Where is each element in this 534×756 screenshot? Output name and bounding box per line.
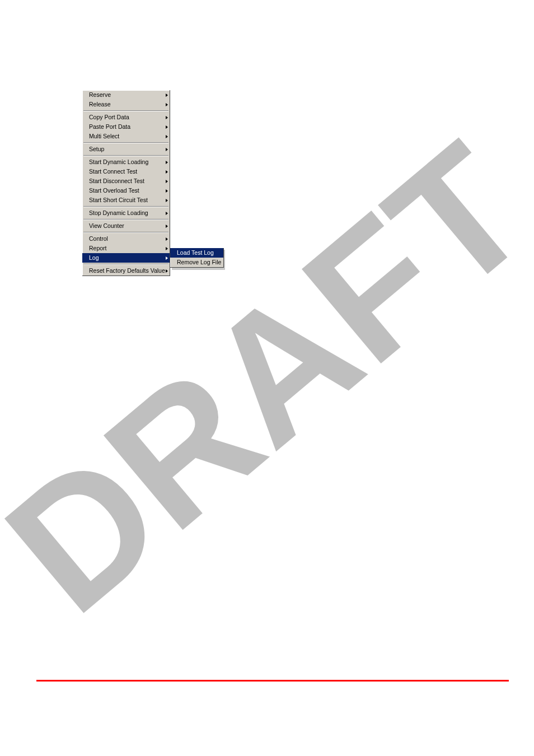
menu-separator xyxy=(83,110,168,111)
menu-item-control[interactable]: Control xyxy=(82,234,170,244)
submenu-arrow-icon xyxy=(166,269,168,273)
submenu-arrow-icon xyxy=(166,161,168,164)
menu-item-label: Start Connect Test xyxy=(89,167,137,176)
menu-item-reserve[interactable]: Reserve xyxy=(82,90,170,100)
menu-item-label: Stop Dynamic Loading xyxy=(89,208,148,218)
menu-item-stop-dynamic-loading[interactable]: Stop Dynamic Loading xyxy=(82,208,170,218)
footer-divider xyxy=(36,680,509,682)
submenu-arrow-icon xyxy=(166,247,168,250)
menu-separator xyxy=(83,232,168,233)
menu-separator xyxy=(83,219,168,220)
menu-item-label: Log xyxy=(89,253,99,263)
menu-item-label: Reserve xyxy=(89,90,111,100)
menu-item-label: Copy Port Data xyxy=(89,113,129,122)
submenu-item-remove-log-file[interactable]: Remove Log File xyxy=(170,258,223,267)
submenu-item-label: Remove Log File xyxy=(177,259,221,265)
submenu-arrow-icon xyxy=(166,135,168,138)
context-menu: Reserve Release Copy Port Data Paste Por… xyxy=(82,90,170,276)
menu-item-paste-port-data[interactable]: Paste Port Data xyxy=(82,122,170,132)
menu-item-copy-port-data[interactable]: Copy Port Data xyxy=(82,113,170,122)
menu-item-reset-factory-defaults[interactable]: Reset Factory Defaults Value xyxy=(82,266,170,276)
menu-item-label: Release xyxy=(89,100,111,109)
menu-item-label: Start Disconnect Test xyxy=(89,176,144,186)
submenu-arrow-icon xyxy=(166,256,168,260)
submenu-arrow-icon xyxy=(166,148,168,151)
menu-item-setup[interactable]: Setup xyxy=(82,144,170,154)
menu-item-label: Setup xyxy=(89,144,104,154)
submenu-arrow-icon xyxy=(166,116,168,119)
menu-item-label: Multi Select xyxy=(89,132,119,141)
context-menu-area: Reserve Release Copy Port Data Paste Por… xyxy=(82,90,170,276)
submenu-panel: Load Test Log Remove Log File xyxy=(170,248,224,268)
draft-watermark: DRAFT xyxy=(0,104,534,652)
menu-item-label: Start Short Circuit Test xyxy=(89,195,148,205)
submenu-arrow-icon xyxy=(166,199,168,202)
submenu-log: Load Test Log Remove Log File xyxy=(170,248,224,268)
submenu-item-load-test-log[interactable]: Load Test Log xyxy=(170,248,223,258)
submenu-arrow-icon xyxy=(166,212,168,215)
menu-item-label: Start Overload Test xyxy=(89,186,139,195)
menu-item-label: Start Dynamic Loading xyxy=(89,157,148,167)
menu-item-release[interactable]: Release xyxy=(82,100,170,109)
menu-item-start-disconnect-test[interactable]: Start Disconnect Test xyxy=(82,176,170,186)
menu-item-view-counter[interactable]: View Counter xyxy=(82,221,170,231)
submenu-arrow-icon xyxy=(166,225,168,228)
submenu-arrow-icon xyxy=(166,125,168,129)
menu-item-log[interactable]: Log xyxy=(82,253,170,263)
menu-item-multi-select[interactable]: Multi Select xyxy=(82,132,170,141)
menu-separator xyxy=(83,142,168,143)
menu-item-label: View Counter xyxy=(89,221,124,231)
menu-separator xyxy=(83,264,168,265)
menu-item-start-overload-test[interactable]: Start Overload Test xyxy=(82,186,170,195)
menu-item-label: Control xyxy=(89,234,108,244)
menu-item-start-dynamic-loading[interactable]: Start Dynamic Loading xyxy=(82,157,170,167)
menu-item-start-short-circuit-test[interactable]: Start Short Circuit Test xyxy=(82,195,170,205)
submenu-arrow-icon xyxy=(166,180,168,183)
menu-item-label: Report xyxy=(89,244,107,253)
submenu-arrow-icon xyxy=(166,94,168,97)
menu-separator xyxy=(83,206,168,207)
submenu-item-label: Load Test Log xyxy=(177,249,214,256)
menu-item-report[interactable]: Report xyxy=(82,244,170,253)
submenu-arrow-icon xyxy=(166,103,168,106)
menu-separator xyxy=(83,155,168,156)
menu-item-start-connect-test[interactable]: Start Connect Test xyxy=(82,167,170,176)
submenu-arrow-icon xyxy=(166,189,168,193)
submenu-arrow-icon xyxy=(166,170,168,174)
submenu-arrow-icon xyxy=(166,237,168,241)
menu-item-label: Reset Factory Defaults Value xyxy=(89,266,165,276)
menu-item-label: Paste Port Data xyxy=(89,122,130,132)
